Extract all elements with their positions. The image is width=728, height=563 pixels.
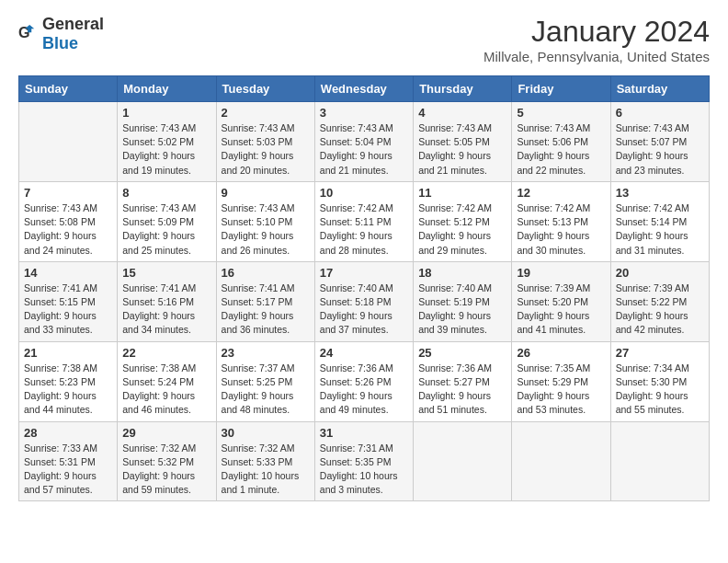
calendar-cell: 12Sunrise: 7:42 AMSunset: 5:13 PMDayligh… — [512, 181, 610, 261]
day-info: Sunrise: 7:42 AMSunset: 5:12 PMDaylight:… — [418, 201, 506, 258]
calendar-cell: 26Sunrise: 7:35 AMSunset: 5:29 PMDayligh… — [512, 341, 610, 421]
calendar-cell: 17Sunrise: 7:40 AMSunset: 5:18 PMDayligh… — [314, 261, 413, 341]
day-number: 4 — [418, 106, 506, 120]
day-info: Sunrise: 7:43 AMSunset: 5:09 PMDaylight:… — [122, 201, 210, 258]
day-number: 19 — [517, 266, 605, 280]
day-number: 17 — [320, 266, 408, 280]
day-info: Sunrise: 7:41 AMSunset: 5:16 PMDaylight:… — [122, 282, 210, 338]
day-info: Sunrise: 7:43 AMSunset: 5:08 PMDaylight:… — [24, 201, 112, 258]
calendar-cell: 30Sunrise: 7:32 AMSunset: 5:33 PMDayligh… — [216, 421, 314, 501]
calendar-cell — [610, 421, 709, 501]
calendar-header-row: SundayMondayTuesdayWednesdayThursdayFrid… — [19, 76, 710, 102]
calendar-cell: 10Sunrise: 7:42 AMSunset: 5:11 PMDayligh… — [314, 181, 413, 261]
calendar-cell: 8Sunrise: 7:43 AMSunset: 5:09 PMDaylight… — [118, 181, 216, 261]
calendar-cell: 13Sunrise: 7:42 AMSunset: 5:14 PMDayligh… — [610, 181, 709, 261]
day-info: Sunrise: 7:39 AMSunset: 5:20 PMDaylight:… — [517, 282, 605, 338]
calendar-week-0: 1Sunrise: 7:43 AMSunset: 5:02 PMDaylight… — [19, 102, 710, 182]
day-info: Sunrise: 7:43 AMSunset: 5:07 PMDaylight:… — [616, 121, 704, 178]
header-monday: Monday — [118, 76, 216, 102]
calendar-cell: 11Sunrise: 7:42 AMSunset: 5:12 PMDayligh… — [414, 181, 512, 261]
day-info: Sunrise: 7:40 AMSunset: 5:18 PMDaylight:… — [320, 282, 408, 338]
logo-general: General — [42, 15, 104, 33]
calendar-week-3: 21Sunrise: 7:38 AMSunset: 5:23 PMDayligh… — [19, 341, 710, 421]
calendar-cell — [414, 421, 512, 501]
day-number: 23 — [222, 346, 310, 360]
day-number: 22 — [122, 346, 210, 360]
calendar-week-4: 28Sunrise: 7:33 AMSunset: 5:31 PMDayligh… — [19, 421, 710, 501]
day-number: 24 — [320, 346, 408, 360]
calendar-cell: 15Sunrise: 7:41 AMSunset: 5:16 PMDayligh… — [118, 261, 216, 341]
calendar-cell: 28Sunrise: 7:33 AMSunset: 5:31 PMDayligh… — [19, 421, 118, 501]
day-info: Sunrise: 7:33 AMSunset: 5:31 PMDaylight:… — [24, 442, 112, 498]
day-info: Sunrise: 7:34 AMSunset: 5:30 PMDaylight:… — [616, 362, 704, 418]
header-sunday: Sunday — [19, 76, 118, 102]
day-info: Sunrise: 7:39 AMSunset: 5:22 PMDaylight:… — [616, 282, 704, 338]
calendar-cell — [19, 102, 118, 182]
day-info: Sunrise: 7:31 AMSunset: 5:35 PMDaylight:… — [320, 442, 408, 498]
header-saturday: Saturday — [610, 76, 709, 102]
header-friday: Friday — [512, 76, 610, 102]
day-info: Sunrise: 7:36 AMSunset: 5:26 PMDaylight:… — [320, 362, 408, 418]
day-number: 5 — [517, 106, 605, 120]
calendar-cell: 27Sunrise: 7:34 AMSunset: 5:30 PMDayligh… — [610, 341, 709, 421]
logo-icon: G — [18, 24, 39, 44]
calendar-cell: 29Sunrise: 7:32 AMSunset: 5:32 PMDayligh… — [118, 421, 216, 501]
day-number: 1 — [122, 106, 210, 120]
calendar-cell: 4Sunrise: 7:43 AMSunset: 5:05 PMDaylight… — [414, 102, 512, 182]
day-info: Sunrise: 7:41 AMSunset: 5:17 PMDaylight:… — [222, 282, 310, 338]
day-number: 31 — [320, 426, 408, 440]
calendar-cell: 3Sunrise: 7:43 AMSunset: 5:04 PMDaylight… — [314, 102, 413, 182]
calendar-cell: 9Sunrise: 7:43 AMSunset: 5:10 PMDaylight… — [216, 181, 314, 261]
day-info: Sunrise: 7:43 AMSunset: 5:03 PMDaylight:… — [222, 121, 310, 178]
day-info: Sunrise: 7:42 AMSunset: 5:14 PMDaylight:… — [616, 201, 704, 258]
calendar-cell — [512, 421, 610, 501]
page-header: G General Blue January 2024 Millvale, Pe… — [18, 15, 710, 64]
day-number: 10 — [320, 186, 408, 200]
day-info: Sunrise: 7:43 AMSunset: 5:02 PMDaylight:… — [122, 121, 210, 178]
logo: G General Blue — [18, 15, 104, 53]
day-number: 14 — [24, 266, 112, 280]
calendar-table: SundayMondayTuesdayWednesdayThursdayFrid… — [18, 75, 710, 501]
day-info: Sunrise: 7:41 AMSunset: 5:15 PMDaylight:… — [24, 282, 112, 338]
header-wednesday: Wednesday — [314, 76, 413, 102]
day-info: Sunrise: 7:43 AMSunset: 5:10 PMDaylight:… — [222, 201, 310, 258]
calendar-cell: 22Sunrise: 7:38 AMSunset: 5:24 PMDayligh… — [118, 341, 216, 421]
day-info: Sunrise: 7:38 AMSunset: 5:24 PMDaylight:… — [122, 362, 210, 418]
day-number: 6 — [616, 106, 704, 120]
day-number: 29 — [122, 426, 210, 440]
calendar-cell: 18Sunrise: 7:40 AMSunset: 5:19 PMDayligh… — [414, 261, 512, 341]
day-info: Sunrise: 7:42 AMSunset: 5:11 PMDaylight:… — [320, 201, 408, 258]
day-info: Sunrise: 7:36 AMSunset: 5:27 PMDaylight:… — [418, 362, 506, 418]
calendar-cell: 1Sunrise: 7:43 AMSunset: 5:02 PMDaylight… — [118, 102, 216, 182]
calendar-cell: 24Sunrise: 7:36 AMSunset: 5:26 PMDayligh… — [314, 341, 413, 421]
calendar-week-1: 7Sunrise: 7:43 AMSunset: 5:08 PMDaylight… — [19, 181, 710, 261]
calendar-cell: 21Sunrise: 7:38 AMSunset: 5:23 PMDayligh… — [19, 341, 118, 421]
day-number: 28 — [24, 426, 112, 440]
calendar-cell: 6Sunrise: 7:43 AMSunset: 5:07 PMDaylight… — [610, 102, 709, 182]
day-info: Sunrise: 7:37 AMSunset: 5:25 PMDaylight:… — [222, 362, 310, 418]
day-number: 15 — [122, 266, 210, 280]
day-info: Sunrise: 7:43 AMSunset: 5:05 PMDaylight:… — [418, 121, 506, 178]
day-info: Sunrise: 7:43 AMSunset: 5:04 PMDaylight:… — [320, 121, 408, 178]
subtitle: Millvale, Pennsylvania, United States — [483, 49, 710, 64]
day-number: 25 — [418, 346, 506, 360]
logo-blue: Blue — [42, 34, 78, 52]
day-number: 9 — [222, 186, 310, 200]
calendar-cell: 7Sunrise: 7:43 AMSunset: 5:08 PMDaylight… — [19, 181, 118, 261]
calendar-cell: 31Sunrise: 7:31 AMSunset: 5:35 PMDayligh… — [314, 421, 413, 501]
calendar-cell: 25Sunrise: 7:36 AMSunset: 5:27 PMDayligh… — [414, 341, 512, 421]
day-number: 26 — [517, 346, 605, 360]
calendar-week-2: 14Sunrise: 7:41 AMSunset: 5:15 PMDayligh… — [19, 261, 710, 341]
day-number: 18 — [418, 266, 506, 280]
day-number: 20 — [616, 266, 704, 280]
calendar-cell: 14Sunrise: 7:41 AMSunset: 5:15 PMDayligh… — [19, 261, 118, 341]
day-number: 8 — [122, 186, 210, 200]
day-number: 30 — [222, 426, 310, 440]
main-title: January 2024 — [483, 15, 710, 49]
day-info: Sunrise: 7:35 AMSunset: 5:29 PMDaylight:… — [517, 362, 605, 418]
logo-wordmark: General Blue — [42, 15, 104, 53]
header-thursday: Thursday — [414, 76, 512, 102]
day-number: 16 — [222, 266, 310, 280]
calendar-cell: 5Sunrise: 7:43 AMSunset: 5:06 PMDaylight… — [512, 102, 610, 182]
day-number: 21 — [24, 346, 112, 360]
